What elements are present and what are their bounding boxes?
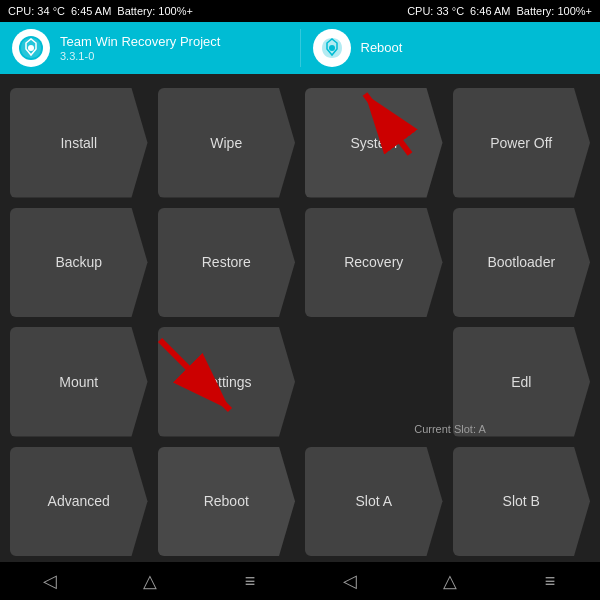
settings-button[interactable]: Settings bbox=[158, 327, 296, 437]
status-bar-right: CPU: 33 °C 6:46 AM Battery: 100%+ bbox=[300, 5, 600, 17]
advanced-button[interactable]: Advanced bbox=[10, 447, 148, 557]
twrp-logo-svg bbox=[18, 35, 44, 61]
install-button[interactable]: Install bbox=[10, 88, 148, 198]
header-reboot-title: Reboot bbox=[361, 40, 403, 57]
svg-point-3 bbox=[329, 45, 335, 51]
header-title: Team Win Recovery Project bbox=[60, 34, 220, 51]
cpu-temp-left: CPU: 34 °C bbox=[8, 5, 65, 17]
cpu-temp-right: CPU: 33 °C bbox=[407, 5, 464, 17]
nav-back-right[interactable]: ◁ bbox=[330, 562, 370, 600]
edl-button[interactable]: Edl bbox=[453, 327, 591, 437]
svg-point-1 bbox=[28, 45, 34, 51]
power-off-button[interactable]: Power Off bbox=[453, 88, 591, 198]
twrp-logo bbox=[12, 29, 50, 67]
bottom-nav: ◁ △ ≡ ◁ △ ≡ bbox=[0, 562, 600, 600]
header-left: Team Win Recovery Project 3.3.1-0 bbox=[0, 29, 300, 67]
battery-left: Battery: 100%+ bbox=[117, 5, 193, 17]
slot-b-button[interactable]: Slot B bbox=[453, 447, 591, 557]
status-bar-left: CPU: 34 °C 6:45 AM Battery: 100%+ bbox=[0, 5, 300, 17]
nav-menu-right[interactable]: ≡ bbox=[530, 562, 570, 600]
nav-back-left[interactable]: ◁ bbox=[30, 562, 70, 600]
nav-menu-left[interactable]: ≡ bbox=[230, 562, 270, 600]
recovery-button[interactable]: Recovery bbox=[305, 208, 443, 318]
reboot-logo-svg bbox=[319, 35, 345, 61]
status-bar: CPU: 34 °C 6:45 AM Battery: 100%+ CPU: 3… bbox=[0, 0, 600, 22]
header-right: Reboot bbox=[300, 29, 601, 67]
time-left: 6:45 AM bbox=[71, 5, 111, 17]
reboot-logo bbox=[313, 29, 351, 67]
time-right: 6:46 AM bbox=[470, 5, 510, 17]
backup-button[interactable]: Backup bbox=[10, 208, 148, 318]
wipe-button[interactable]: Wipe bbox=[158, 88, 296, 198]
main-grid: Install Wipe System Power Off Backup Res… bbox=[0, 74, 600, 562]
nav-home-right[interactable]: △ bbox=[430, 562, 470, 600]
slot-a-button[interactable]: Slot A bbox=[305, 447, 443, 557]
restore-button[interactable]: Restore bbox=[158, 208, 296, 318]
nav-home-left[interactable]: △ bbox=[130, 562, 170, 600]
battery-right: Battery: 100%+ bbox=[516, 5, 592, 17]
bootloader-button[interactable]: Bootloader bbox=[453, 208, 591, 318]
empty-cell-1 bbox=[305, 327, 443, 437]
mount-button[interactable]: Mount bbox=[10, 327, 148, 437]
header-title-block: Team Win Recovery Project 3.3.1-0 bbox=[60, 34, 220, 63]
system-button[interactable]: System bbox=[305, 88, 443, 198]
header: Team Win Recovery Project 3.3.1-0 Reboot bbox=[0, 22, 600, 74]
reboot-button[interactable]: Reboot bbox=[158, 447, 296, 557]
header-subtitle: 3.3.1-0 bbox=[60, 50, 220, 62]
